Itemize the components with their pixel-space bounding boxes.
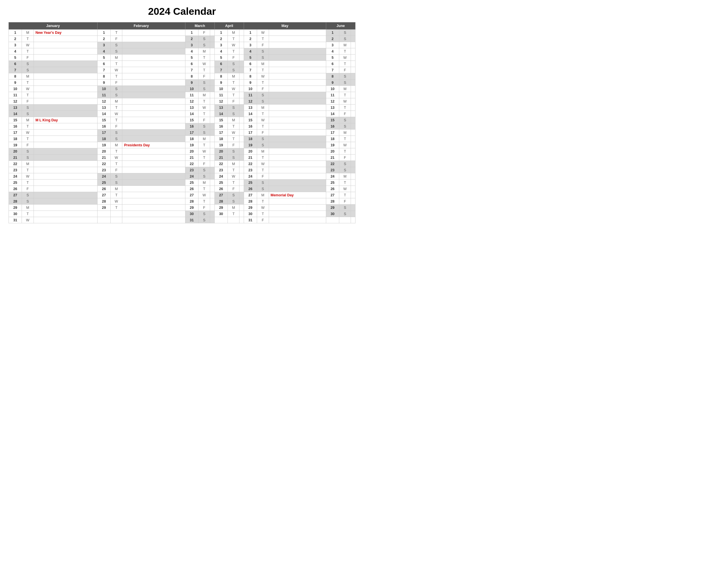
day-letter: T xyxy=(22,180,34,186)
holiday-cell xyxy=(351,173,355,180)
holiday-cell xyxy=(122,123,185,130)
holiday-cell xyxy=(351,136,355,142)
holiday-cell xyxy=(34,136,97,142)
holiday-cell xyxy=(351,117,355,123)
holiday-cell xyxy=(122,173,185,180)
day-letter: W xyxy=(227,130,239,136)
day-letter: S xyxy=(198,167,210,173)
holiday-cell xyxy=(239,192,244,198)
day-letter: F xyxy=(257,86,269,92)
holiday-cell xyxy=(239,198,244,205)
day-number: 24 xyxy=(326,173,339,180)
day-letter: S xyxy=(227,111,239,117)
holiday-cell xyxy=(122,198,185,205)
holiday-cell xyxy=(210,98,214,105)
holiday-cell xyxy=(239,105,244,111)
holiday-cell xyxy=(269,173,326,180)
holiday-cell xyxy=(122,161,185,167)
day-letter: T xyxy=(339,148,351,155)
day-letter: M xyxy=(257,61,269,67)
day-letter: S xyxy=(257,98,269,105)
day-letter: M xyxy=(339,173,351,180)
day-number: 30 xyxy=(244,211,257,217)
holiday-cell xyxy=(351,192,355,198)
day-number: 27 xyxy=(185,192,198,198)
day-letter: M xyxy=(198,180,210,186)
day-number: 6 xyxy=(214,61,227,67)
holiday-cell xyxy=(210,155,214,161)
day-letter: M xyxy=(227,161,239,167)
holiday-cell xyxy=(34,161,97,167)
holiday-cell xyxy=(122,192,185,198)
day-number: 17 xyxy=(326,130,339,136)
holiday-cell xyxy=(351,123,355,130)
holiday-cell xyxy=(239,42,244,48)
day-letter: S xyxy=(257,136,269,142)
day-number: 26 xyxy=(244,186,257,192)
holiday-cell xyxy=(351,67,355,73)
day-number: 16 xyxy=(326,123,339,130)
holiday-cell xyxy=(34,123,97,130)
holiday-cell xyxy=(122,30,185,36)
holiday-cell xyxy=(351,73,355,80)
day-number: 15 xyxy=(214,117,227,123)
day-letter: M xyxy=(257,148,269,155)
holiday-cell xyxy=(210,167,214,173)
day-letter: S xyxy=(22,192,34,198)
day-number: 23 xyxy=(9,167,22,173)
day-letter: T xyxy=(22,80,34,86)
holiday-cell xyxy=(351,98,355,105)
calendar-row: 3W3S3S3W3F3M xyxy=(9,42,355,48)
day-letter: S xyxy=(198,80,210,86)
empty-day-letter xyxy=(339,217,351,223)
day-letter: F xyxy=(198,117,210,123)
day-letter: S xyxy=(198,130,210,136)
day-letter: S xyxy=(339,123,351,130)
calendar-row: 12F12M12T12F12S12W xyxy=(9,98,355,105)
day-number: 22 xyxy=(9,161,22,167)
day-number: 2 xyxy=(9,36,22,42)
day-number: 17 xyxy=(185,130,198,136)
day-number: 11 xyxy=(185,92,198,98)
day-letter: W xyxy=(198,192,210,198)
day-number: 19 xyxy=(326,142,339,148)
holiday-name: Memorial Day xyxy=(270,193,294,197)
day-letter: T xyxy=(22,48,34,55)
day-letter: T xyxy=(257,155,269,161)
day-number: 4 xyxy=(214,48,227,55)
holiday-cell xyxy=(210,130,214,136)
day-letter: S xyxy=(339,167,351,173)
day-letter: S xyxy=(257,186,269,192)
holiday-cell xyxy=(351,205,355,211)
day-letter: W xyxy=(257,30,269,36)
day-letter: M xyxy=(22,161,34,167)
holiday-cell xyxy=(210,180,214,186)
day-letter: S xyxy=(227,192,239,198)
day-number: 5 xyxy=(9,55,22,61)
day-letter: S xyxy=(227,61,239,67)
day-letter: M xyxy=(110,186,122,192)
calendar-row: 2T2F2S2T2T2S xyxy=(9,36,355,42)
holiday-cell xyxy=(122,42,185,48)
holiday-cell xyxy=(122,61,185,67)
day-number: 7 xyxy=(244,67,257,73)
day-letter: T xyxy=(198,98,210,105)
day-letter: W xyxy=(110,155,122,161)
day-letter: S xyxy=(110,173,122,180)
holiday-cell xyxy=(269,136,326,142)
day-number: 13 xyxy=(244,105,257,111)
empty-holiday xyxy=(122,217,185,223)
day-number: 27 xyxy=(9,192,22,198)
holiday-cell xyxy=(34,80,97,86)
day-letter: S xyxy=(110,42,122,48)
day-number: 22 xyxy=(214,161,227,167)
day-letter: W xyxy=(110,111,122,117)
day-letter: M xyxy=(22,30,34,36)
day-letter: S xyxy=(198,123,210,130)
day-letter: T xyxy=(110,73,122,80)
day-letter: S xyxy=(22,67,34,73)
day-letter: T xyxy=(257,198,269,205)
day-letter: F xyxy=(110,123,122,130)
day-number: 15 xyxy=(185,117,198,123)
day-number: 16 xyxy=(9,123,22,130)
